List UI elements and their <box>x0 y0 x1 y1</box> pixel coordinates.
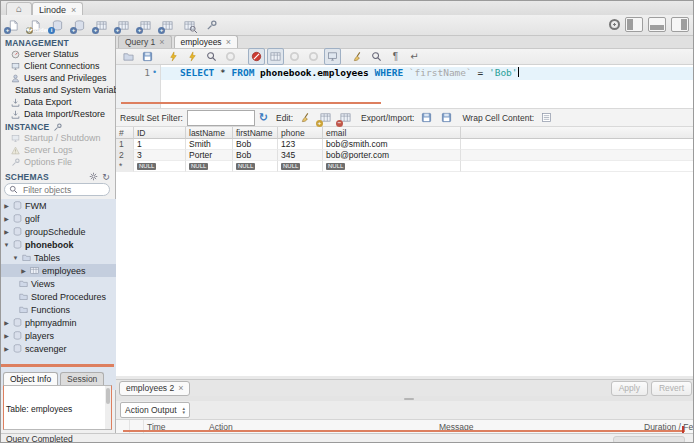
table-row-new[interactable]: * NULL NULL NULL NULL NULL <box>116 161 694 172</box>
connection-tab-linode[interactable]: Linode × <box>32 2 83 16</box>
close-icon[interactable]: × <box>71 5 76 15</box>
sql-statement[interactable]: SELECT * FROM phonebook.employees WHERE … <box>180 67 519 78</box>
tree-node-employees[interactable]: ▶employees <box>1 264 116 277</box>
tab-session[interactable]: Session <box>60 372 104 385</box>
collapse-icon[interactable]: ▼ <box>12 255 19 261</box>
wrap-cell-content-icon[interactable] <box>538 110 554 126</box>
insert-row-icon[interactable]: + <box>317 110 333 126</box>
execute-current-icon[interactable] <box>184 48 201 65</box>
expand-icon[interactable]: ▶ <box>3 215 10 222</box>
beautify-sql-icon[interactable] <box>349 48 366 65</box>
utilities-icon[interactable] <box>203 17 219 33</box>
sidebar-item-data-export[interactable]: Data Export <box>1 96 116 108</box>
column-header-phone[interactable]: phone <box>278 127 323 139</box>
explain-icon[interactable] <box>203 48 220 65</box>
collapse-icon[interactable]: ▼ <box>3 242 10 248</box>
sidebar-item-status-variables[interactable]: Status and System Variables <box>1 84 116 96</box>
sidebar-item-users-privileges[interactable]: Users and Privileges <box>1 72 116 84</box>
rollback-icon[interactable] <box>305 48 322 65</box>
create-view-icon[interactable]: + <box>115 17 131 33</box>
autocommit-icon[interactable] <box>324 48 341 65</box>
stop-on-error-icon[interactable] <box>248 48 265 65</box>
apply-button[interactable]: Apply <box>611 381 648 396</box>
toggle-output-panel-icon[interactable] <box>648 17 666 32</box>
stop-execution-icon[interactable] <box>222 48 239 65</box>
toggle-secondary-sidebar-icon[interactable] <box>671 17 689 32</box>
tree-node-functions[interactable]: Functions <box>1 303 116 316</box>
table-row[interactable]: 1 1 Smith Bob 123 bob@smith.com <box>116 139 694 150</box>
schema-filter[interactable] <box>4 183 110 196</box>
find-icon[interactable] <box>368 48 385 65</box>
schema-phpmyadmin[interactable]: ▶phpmyadmin <box>1 316 116 329</box>
sidebar-item-client-connections[interactable]: Client Connections <box>1 60 116 72</box>
result-filter-input[interactable] <box>187 110 255 126</box>
create-schema-icon[interactable]: + <box>71 17 87 33</box>
tab-query-1[interactable]: Query 1× <box>118 35 172 48</box>
object-info-scrollbar[interactable] <box>105 386 111 429</box>
refresh-schemas-icon[interactable]: ↻ <box>102 172 110 182</box>
save-icon[interactable] <box>139 48 156 65</box>
create-procedure-icon[interactable]: + <box>137 17 153 33</box>
commit-icon[interactable] <box>286 48 303 65</box>
sidebar-item-data-import[interactable]: Data Import/Restore <box>1 108 116 120</box>
schema-inspector-icon[interactable]: i <box>49 17 65 33</box>
output-selector[interactable]: Action Output ▴▾ <box>120 402 190 418</box>
tab-employees[interactable]: employees× <box>174 35 238 48</box>
tab-object-info[interactable]: Object Info <box>3 372 58 385</box>
open-file-icon[interactable] <box>120 48 137 65</box>
import-records-icon[interactable] <box>438 110 454 126</box>
revert-button[interactable]: Revert <box>651 381 692 396</box>
column-header-lastname[interactable]: lastName <box>186 127 233 139</box>
new-query-tab-icon[interactable]: + <box>5 17 21 33</box>
expand-schemas-icon[interactable] <box>89 172 98 181</box>
close-icon[interactable]: × <box>178 383 183 393</box>
column-header-id[interactable]: ID <box>134 127 186 139</box>
create-table-icon[interactable]: + <box>93 17 109 33</box>
limit-rows-icon[interactable] <box>267 48 284 65</box>
null-badge: NULL <box>189 163 208 170</box>
table-row[interactable]: 2 3 Porter Bob 345 bob@porter.com <box>116 150 694 161</box>
null-badge: NULL <box>326 163 345 170</box>
home-tab[interactable]: ⌂ <box>6 2 32 16</box>
status-bar: Query Completed <box>1 433 694 443</box>
sidebar-item-options-file[interactable]: Options File <box>1 156 116 168</box>
tree-node-stored-procedures[interactable]: Stored Procedures <box>1 290 116 303</box>
invisible-characters-icon[interactable]: ¶ <box>387 48 404 65</box>
tab-employees-2[interactable]: employees 2× <box>119 381 190 396</box>
expand-icon[interactable]: ▶ <box>3 345 10 352</box>
schema-players[interactable]: ▶players <box>1 329 116 342</box>
edit-record-icon[interactable] <box>297 110 313 126</box>
execute-icon[interactable] <box>165 48 182 65</box>
create-function-icon[interactable]: + <box>159 17 175 33</box>
sidebar-item-startup-shutdown[interactable]: Startup / Shutdown <box>1 132 116 144</box>
schema-golf[interactable]: ▶golf <box>1 212 116 225</box>
schema-phonebook[interactable]: ▼phonebook <box>1 238 116 251</box>
schema-groupschedule[interactable]: ▶groupSchedule <box>1 225 116 238</box>
column-header-firstname[interactable]: firstName <box>233 127 278 139</box>
delete-row-icon[interactable]: − <box>337 110 353 126</box>
expand-icon[interactable]: ▶ <box>3 332 10 339</box>
database-icon <box>13 344 22 353</box>
schema-filter-input[interactable] <box>21 184 105 196</box>
sidebar-item-server-status[interactable]: Server Status <box>1 48 116 60</box>
column-header-rownum[interactable]: # <box>116 127 134 139</box>
expand-icon[interactable]: ▶ <box>20 267 27 274</box>
tree-node-views[interactable]: Views <box>1 277 116 290</box>
sidebar-item-server-logs[interactable]: Server Logs <box>1 144 116 156</box>
schema-scavenger[interactable]: ▶scavenger <box>1 342 116 355</box>
refresh-results-icon[interactable]: ↻ <box>259 111 268 124</box>
close-icon[interactable]: × <box>159 37 164 47</box>
close-icon[interactable]: × <box>226 37 231 47</box>
tree-node-tables[interactable]: ▼Tables <box>1 251 116 264</box>
wrap-text-icon[interactable]: ↵ <box>406 48 423 65</box>
export-results-icon[interactable] <box>418 110 434 126</box>
expand-icon[interactable]: ▶ <box>3 319 10 326</box>
open-sql-file-icon[interactable]: �folder <box>27 17 43 33</box>
schema-fwm[interactable]: ▶FWM <box>1 199 116 212</box>
search-table-data-icon[interactable] <box>181 17 197 33</box>
column-header-email[interactable]: email <box>323 127 461 139</box>
expand-icon[interactable]: ▶ <box>3 228 10 235</box>
tables-folder-icon <box>22 253 31 262</box>
expand-icon[interactable]: ▶ <box>3 202 10 209</box>
toggle-sidebar-icon[interactable] <box>625 17 643 32</box>
